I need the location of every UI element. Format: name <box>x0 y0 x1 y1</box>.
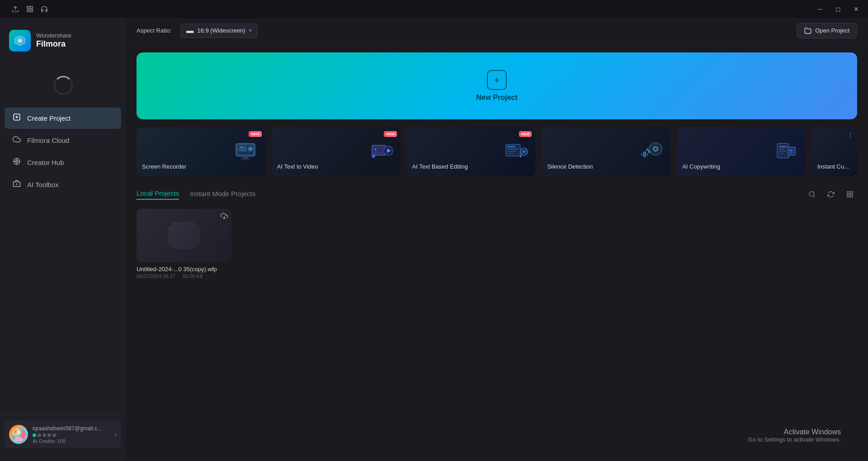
svg-rect-42 <box>507 153 514 154</box>
aspect-ratio-selector[interactable]: ▬ 16:9 (Widescreen) ▾ <box>180 24 257 38</box>
logo-text: Wondershare Filmora <box>36 32 71 49</box>
scroll-area: + New Project NEW <box>126 43 868 461</box>
svg-rect-63 <box>850 195 853 197</box>
svg-point-37 <box>372 155 375 158</box>
sidebar-logo: Wondershare Filmora <box>0 25 126 62</box>
app-body: Wondershare Filmora Create Project <box>0 18 868 461</box>
nav-item-create-project[interactable]: Create Project <box>5 108 121 129</box>
silence-detection-icon <box>637 137 666 167</box>
svg-rect-36 <box>373 153 382 154</box>
activate-windows-subtitle: Go to Settings to activate Windows. <box>748 436 841 443</box>
user-dots <box>33 433 110 437</box>
badge-ai-text-video: NEW <box>384 131 397 137</box>
projects-header: Local Projects Instant Mode Projects <box>137 187 857 202</box>
svg-text:...: ... <box>377 149 380 151</box>
svg-rect-51 <box>779 149 785 150</box>
svg-point-58 <box>809 192 814 197</box>
feature-card-ai-text-video[interactable]: NEW T ... AI Text to Video <box>272 127 401 176</box>
card-label-screen-recorder: Screen Recorder <box>142 163 186 171</box>
nav-item-ai-toolbox[interactable]: AI Toolbox <box>5 174 121 195</box>
card-label-ai-text-video: AI Text to Video <box>277 163 318 171</box>
svg-rect-48 <box>643 152 646 157</box>
aspect-ratio-value: 16:9 (Widescreen) <box>197 27 245 34</box>
project-meta: 06/07/2024 06:17 58.00 KB <box>137 273 231 279</box>
nav-item-filmora-cloud[interactable]: Filmora Cloud <box>5 130 121 151</box>
grid-icon[interactable] <box>24 3 36 15</box>
new-project-label: New Project <box>476 94 518 102</box>
top-bar: Aspect Ratio: ▬ 16:9 (Widescreen) ▾ Open… <box>126 18 868 43</box>
screen-recorder-icon <box>231 137 261 167</box>
open-project-label: Open Project <box>815 27 849 34</box>
svg-rect-60 <box>847 192 849 194</box>
user-dot-2 <box>38 433 41 437</box>
user-dot-1 <box>33 433 36 437</box>
loading-area <box>0 71 126 99</box>
sidebar-bottom: iqraashaheen567@gmail.c... AI Credits: 1… <box>0 414 126 454</box>
search-button[interactable] <box>805 187 819 202</box>
create-project-icon <box>12 113 22 123</box>
more-options-icon[interactable]: ⋮ <box>847 131 854 138</box>
feature-card-ai-copywriting[interactable]: AI AI Copywriting <box>677 127 806 176</box>
headphone-icon[interactable] <box>38 3 51 15</box>
svg-rect-1 <box>27 6 29 9</box>
monitor-icon: ▬ <box>186 27 193 35</box>
aspect-ratio-label: Aspect Ratio: <box>137 27 171 34</box>
feature-card-ai-text-editing[interactable]: NEW AI Text Based Editing <box>407 127 536 176</box>
svg-rect-53 <box>779 153 783 154</box>
open-project-button[interactable]: Open Project <box>797 23 857 38</box>
maximize-button[interactable]: ◻ <box>831 4 845 14</box>
project-size: 58.00 KB <box>183 273 203 279</box>
close-button[interactable]: ✕ <box>849 4 863 14</box>
user-chevron-icon: › <box>114 431 117 438</box>
main-content: Aspect Ratio: ▬ 16:9 (Widescreen) ▾ Open… <box>126 18 868 461</box>
svg-point-27 <box>249 148 251 150</box>
activate-windows-notice: Activate Windows Go to Settings to activ… <box>748 428 841 443</box>
feature-card-screen-recorder[interactable]: NEW Screen Recorder <box>137 127 265 176</box>
grid-view-button[interactable] <box>843 187 857 202</box>
tab-local-projects[interactable]: Local Projects <box>137 189 179 200</box>
svg-rect-2 <box>30 6 33 9</box>
svg-rect-57 <box>789 154 793 155</box>
svg-rect-41 <box>507 151 516 152</box>
projects-actions <box>805 187 857 202</box>
sidebar: Wondershare Filmora Create Project <box>0 18 126 461</box>
svg-text:AI: AI <box>789 149 793 152</box>
project-thumbnail <box>137 209 231 262</box>
badge-ai-text-editing: NEW <box>519 131 532 137</box>
project-thumb-inner <box>137 209 231 262</box>
sidebar-nav: Create Project Filmora Cloud <box>0 108 126 414</box>
minimize-button[interactable]: ─ <box>813 4 827 14</box>
svg-line-59 <box>813 196 815 197</box>
svg-rect-61 <box>850 192 853 194</box>
user-dot-5 <box>52 433 56 437</box>
project-item[interactable]: Untitled-2024-...0 35(copy).wfp 06/07/20… <box>137 209 231 279</box>
title-bar-icons <box>9 3 51 15</box>
upload-icon[interactable] <box>9 3 22 15</box>
badge-screen-recorder: NEW <box>249 131 262 137</box>
svg-text:T: T <box>374 148 377 152</box>
project-shape <box>168 222 200 249</box>
feature-card-silence-detection[interactable]: Silence Detection <box>542 127 670 176</box>
card-label-ai-text-editing: AI Text Based Editing <box>412 163 468 171</box>
nav-label-creator-hub: Creator Hub <box>27 159 64 166</box>
creator-hub-icon <box>12 157 22 168</box>
aspect-dropdown-icon: ▾ <box>249 28 252 33</box>
user-avatar <box>9 425 28 444</box>
tab-instant-mode-projects[interactable]: Instant Mode Projects <box>190 190 255 199</box>
brand-name: Wondershare <box>36 32 71 39</box>
user-dot-4 <box>47 433 51 437</box>
ai-toolbox-icon <box>12 179 22 190</box>
card-label-ai-copywriting: AI Copywriting <box>682 163 720 171</box>
new-project-banner[interactable]: + New Project <box>137 52 857 119</box>
ai-text-video-icon: T ... <box>367 137 396 167</box>
refresh-button[interactable] <box>824 187 838 202</box>
nav-item-creator-hub[interactable]: Creator Hub <box>5 152 121 173</box>
filmora-cloud-icon <box>12 135 22 146</box>
user-info: iqraashaheen567@gmail.c... AI Credits: 1… <box>33 425 110 444</box>
user-card[interactable]: iqraashaheen567@gmail.c... AI Credits: 1… <box>5 420 121 448</box>
projects-grid: Untitled-2024-...0 35(copy).wfp 06/07/20… <box>137 209 857 279</box>
project-upload-icon[interactable] <box>221 212 228 221</box>
feature-card-instant-cutout[interactable]: ⋮ Instant Cu... <box>812 127 857 176</box>
svg-rect-50 <box>779 146 787 147</box>
nav-label-create-project: Create Project <box>27 114 71 122</box>
